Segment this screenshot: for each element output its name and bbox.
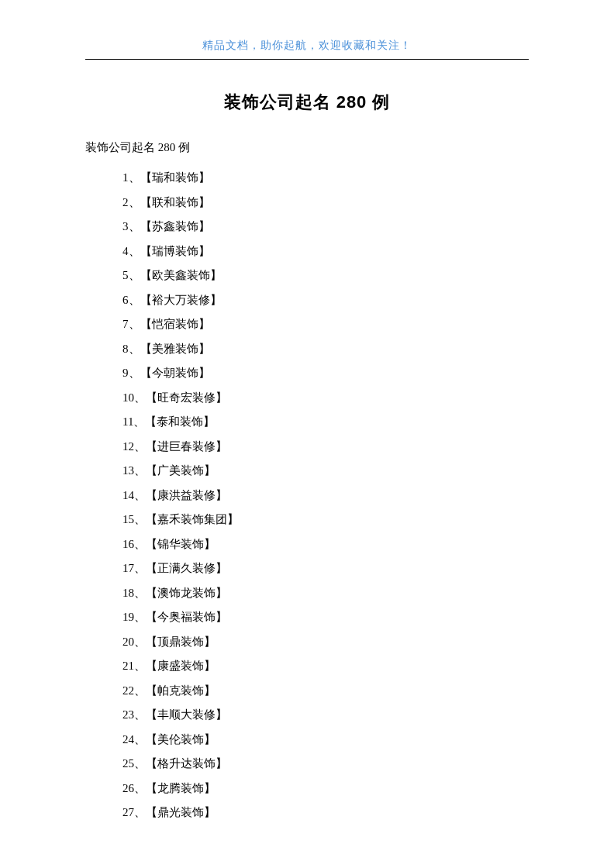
list-item: 19、【今奥福装饰】	[122, 605, 529, 630]
list-item: 12、【进巨春装修】	[122, 435, 529, 460]
list-item: 20、【顶鼎装饰】	[122, 630, 529, 655]
list-item: 3、【苏鑫装饰】	[122, 215, 529, 239]
list-item: 11、【泰和装饰】	[122, 410, 529, 435]
list-item: 21、【康盛装饰】	[122, 654, 529, 679]
list-item: 5、【欧美鑫装饰】	[122, 264, 529, 288]
list-item: 25、【格升达装饰】	[122, 752, 529, 777]
list-item: 24、【美伦装饰】	[122, 728, 529, 753]
list-item: 1、【瑞和装饰】	[122, 166, 529, 191]
document-page: 精品文档，助你起航，欢迎收藏和关注！ 装饰公司起名 280 例 装饰公司起名 2…	[0, 0, 614, 868]
list-item: 26、【龙腾装饰】	[122, 777, 529, 801]
list-item: 10、【旺奇宏装修】	[122, 386, 529, 411]
header-divider	[85, 59, 529, 60]
list-item: 8、【美雅装饰】	[122, 337, 529, 362]
list-item: 9、【今朝装饰】	[122, 361, 529, 386]
list-item: 23、【丰顺大装修】	[122, 703, 529, 728]
list-item: 7、【恺宿装饰】	[122, 312, 529, 337]
list-item: 13、【广美装饰】	[122, 459, 529, 484]
list-item: 15、【嘉禾装饰集团】	[122, 508, 529, 532]
list-item: 4、【瑞博装饰】	[122, 239, 529, 264]
list-item: 17、【正满久装修】	[122, 556, 529, 581]
document-title: 装饰公司起名 280 例	[85, 91, 529, 114]
list-item: 16、【锦华装饰】	[122, 532, 529, 557]
list-item: 18、【澳饰龙装饰】	[122, 581, 529, 606]
list-item: 6、【裕大万装修】	[122, 288, 529, 313]
header-note: 精品文档，助你起航，欢迎收藏和关注！	[85, 39, 529, 59]
company-name-list: 1、【瑞和装饰】2、【联和装饰】3、【苏鑫装饰】4、【瑞博装饰】5、【欧美鑫装饰…	[122, 166, 529, 825]
list-item: 27、【鼎光装饰】	[122, 801, 529, 825]
list-item: 14、【康洪益装修】	[122, 484, 529, 508]
list-item: 22、【帕克装饰】	[122, 679, 529, 704]
list-item: 2、【联和装饰】	[122, 191, 529, 215]
intro-text: 装饰公司起名 280 例	[85, 140, 529, 155]
